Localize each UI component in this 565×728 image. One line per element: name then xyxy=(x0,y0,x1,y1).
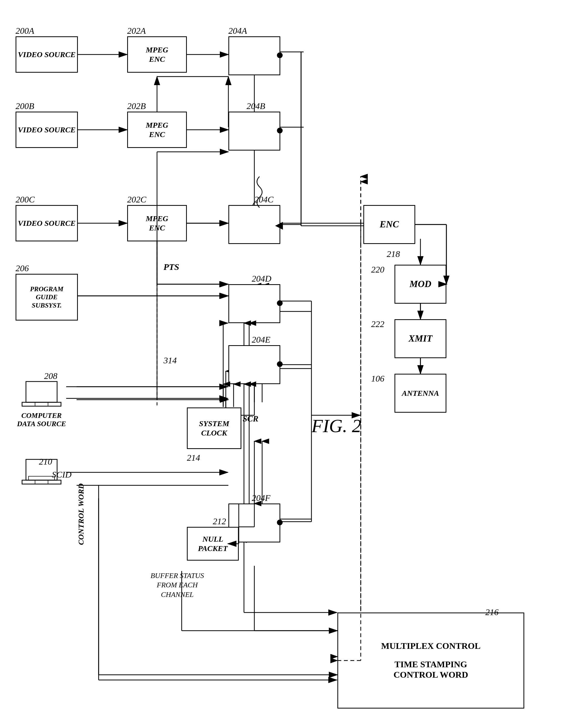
video-source-b: VIDEO SOURCE xyxy=(16,112,78,148)
dot-mux-f xyxy=(277,520,283,525)
scr-label: SCR xyxy=(243,414,258,424)
ref-204a: 204A xyxy=(228,26,247,36)
mux-b xyxy=(228,112,280,151)
ref-210: 210 xyxy=(39,457,52,467)
svg-rect-68 xyxy=(22,480,61,484)
ref-218: 218 xyxy=(387,249,400,259)
ref-220: 220 xyxy=(371,265,384,275)
svg-rect-71 xyxy=(29,476,55,480)
multiplex-control: MULTIPLEX CONTROL TIME STAMPINGCONTROL W… xyxy=(337,613,524,709)
mpeg-enc-a: MPEGENC xyxy=(127,36,187,73)
ref-222: 222 xyxy=(371,319,384,329)
svg-rect-63 xyxy=(26,382,57,402)
mux-e xyxy=(228,345,280,384)
ref-208: 208 xyxy=(44,371,57,381)
ref-204d: 204D xyxy=(252,274,271,284)
ref-204f: 204F xyxy=(252,493,270,503)
scid-label: SCID xyxy=(52,470,72,480)
pts-label: PTS xyxy=(164,262,179,272)
mod: MOD xyxy=(394,265,446,304)
dot-mux-e xyxy=(277,361,283,367)
mpeg-enc-c: MPEGENC xyxy=(127,205,187,241)
ref-216: 216 xyxy=(485,607,499,617)
dot-mux-d xyxy=(277,300,283,306)
computer-icon-svg xyxy=(21,379,62,410)
dot-mux-b xyxy=(277,128,283,133)
null-packet: NULLPACKET xyxy=(187,527,239,561)
ref-204e: 204E xyxy=(252,335,270,345)
mpeg-enc-b: MPEGENC xyxy=(127,112,187,148)
ref-202a: 202A xyxy=(127,26,146,36)
ref-212: 212 xyxy=(213,516,226,526)
mux-c xyxy=(228,205,280,244)
ref-204b: 204B xyxy=(247,101,265,111)
mux-d xyxy=(228,284,280,323)
system-clock: SYSTEMCLOCK xyxy=(187,407,241,449)
program-guide: PROGRAMGUIDESUBSYST. xyxy=(16,274,78,321)
xmit: XMIT xyxy=(394,319,446,358)
diagram: VIDEO SOURCE 200A VIDEO SOURCE 200B VIDE… xyxy=(0,0,565,728)
ref-206: 206 xyxy=(16,263,29,273)
video-source-a: VIDEO SOURCE xyxy=(16,36,78,73)
wavy-connector xyxy=(249,176,270,208)
ref-202c: 202C xyxy=(127,195,146,205)
svg-rect-64 xyxy=(22,402,61,406)
buffer-status-label: BUFFER STATUSFROM EACHCHANNEL xyxy=(151,571,204,599)
ref-214: 214 xyxy=(187,453,200,463)
ref-200c: 200C xyxy=(16,195,35,205)
dot-mux-a xyxy=(277,52,283,58)
ref-202b: 202B xyxy=(127,101,146,111)
antenna: ANTENNA xyxy=(394,374,446,413)
ref-200a: 200A xyxy=(16,26,34,36)
mux-a xyxy=(228,36,280,75)
control-word-label: CONTROL WORD xyxy=(77,483,85,545)
enc: ENC xyxy=(363,205,415,244)
computer-208: COMPUTERDATA SOURCE xyxy=(16,379,67,428)
ref-314: 314 xyxy=(164,356,177,365)
fig-label: FIG. 2 xyxy=(311,415,361,437)
video-source-c: VIDEO SOURCE xyxy=(16,205,78,241)
ref-106: 106 xyxy=(371,374,384,384)
ref-200b: 200B xyxy=(16,101,34,111)
